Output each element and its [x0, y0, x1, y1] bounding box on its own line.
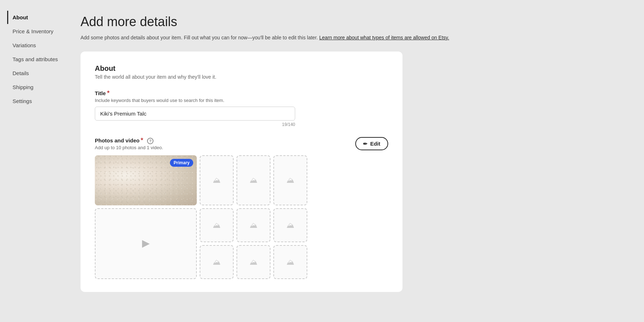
about-card: About Tell the world all about your item…: [80, 52, 402, 292]
image-placeholder-icon-8: ⛰: [213, 258, 221, 267]
primary-badge: Primary: [170, 159, 193, 167]
sidebar-item-settings[interactable]: Settings: [7, 94, 63, 108]
photos-help-icon[interactable]: ?: [147, 138, 153, 144]
photo-slot-7[interactable]: ⛰: [273, 208, 307, 242]
main-content: Add more details Add some photos and det…: [63, 0, 644, 322]
photos-label: Photos and video★ ?: [95, 137, 163, 144]
photos-label-group: Photos and video★ ? Add up to 10 photos …: [95, 137, 163, 150]
image-placeholder-icon-2: ⛰: [213, 176, 221, 185]
video-slot[interactable]: ▶: [95, 208, 197, 279]
sidebar-item-variations[interactable]: Variations: [7, 39, 63, 52]
sidebar-item-details[interactable]: Details: [7, 67, 63, 80]
photo-slot-4[interactable]: ⛰: [273, 155, 307, 205]
sidebar-item-shipping[interactable]: Shipping: [7, 80, 63, 94]
page-title: Add more details: [80, 14, 626, 29]
image-placeholder-icon-10: ⛰: [287, 258, 294, 267]
image-placeholder-icon-3: ⛰: [250, 176, 258, 185]
sidebar-item-tags-attributes[interactable]: Tags and attributes: [7, 53, 63, 66]
video-icon: ▶: [142, 237, 150, 249]
image-placeholder-icon-4: ⛰: [287, 176, 294, 185]
image-placeholder-icon-6: ⛰: [250, 221, 258, 230]
edit-button-label: Edit: [370, 141, 380, 147]
photos-header: Photos and video★ ? Add up to 10 photos …: [95, 137, 388, 150]
sidebar: About Price & Inventory Variations Tags …: [0, 0, 63, 322]
title-char-count: 19/140: [95, 122, 295, 127]
title-field-hint: Include keywords that buyers would use t…: [95, 98, 388, 103]
photo-slot-10[interactable]: ⛰: [273, 245, 307, 279]
primary-photo-slot[interactable]: Primary: [95, 155, 197, 205]
title-input[interactable]: [95, 107, 295, 121]
sidebar-item-about[interactable]: About: [7, 11, 63, 24]
photo-slot-9[interactable]: ⛰: [236, 245, 270, 279]
photo-slot-2[interactable]: ⛰: [200, 155, 234, 205]
title-required-marker: ★: [107, 90, 110, 94]
photo-slot-6[interactable]: ⛰: [236, 208, 270, 242]
pencil-icon: ✏: [363, 141, 367, 147]
about-section-subtitle: Tell the world all about your item and w…: [95, 74, 388, 80]
photo-slot-3[interactable]: ⛰: [236, 155, 270, 205]
image-placeholder-icon-7: ⛰: [287, 221, 294, 230]
edit-button[interactable]: ✏ Edit: [355, 137, 388, 150]
image-placeholder-icon-9: ⛰: [250, 258, 258, 267]
photos-grid: Primary ⛰ ⛰ ⛰ ▶ ⛰ ⛰ ⛰: [95, 155, 388, 279]
title-field-label: Title★: [95, 90, 388, 96]
page-subtitle: Add some photos and details about your i…: [80, 34, 626, 42]
photo-slot-5[interactable]: ⛰: [200, 208, 234, 242]
photo-slot-8[interactable]: ⛰: [200, 245, 234, 279]
about-section-title: About: [95, 64, 388, 73]
learn-more-link[interactable]: Learn more about what types of items are…: [319, 35, 449, 40]
photos-hint: Add up to 10 photos and 1 video.: [95, 145, 163, 150]
image-placeholder-icon-5: ⛰: [213, 221, 221, 230]
sidebar-item-price-inventory[interactable]: Price & Inventory: [7, 25, 63, 38]
photos-required-marker: ★: [140, 137, 143, 141]
